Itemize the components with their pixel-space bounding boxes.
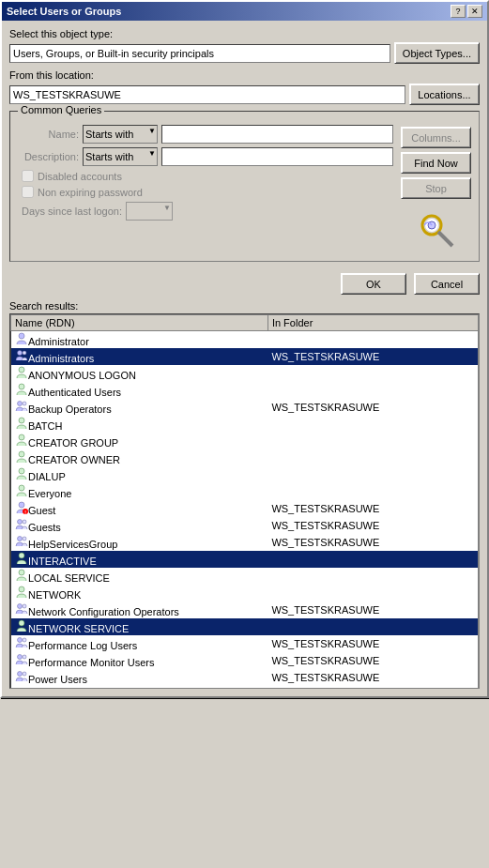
table-row[interactable]: !GuestWS_TESTSKRASUWE	[11, 500, 479, 517]
table-cell-folder: WS_TESTSKRASUWE	[267, 517, 478, 534]
name-filter-input[interactable]	[161, 125, 393, 144]
svg-point-5	[18, 351, 23, 356]
table-row[interactable]: Performance Monitor UsersWS_TESTSKRASUWE	[11, 652, 479, 669]
disabled-accounts-row: Disabled accounts	[18, 170, 393, 182]
table-row[interactable]: Network Configuration OperatorsWS_TESTSK…	[11, 602, 479, 618]
svg-point-16	[19, 502, 24, 508]
row-icon	[15, 370, 28, 381]
row-icon: !	[15, 505, 28, 516]
right-buttons-area: Columns... Find Now Stop	[401, 125, 471, 253]
svg-point-25	[19, 586, 24, 592]
table-row[interactable]: NETWORK	[11, 585, 479, 602]
window-title: Select Users or Groups	[7, 6, 121, 17]
table-row[interactable]: Authenticated Users	[11, 382, 479, 399]
table-cell-folder: WS_TESTSKRASUWE	[267, 669, 478, 686]
table-cell-folder: WS_TESTSKRASUWE	[267, 534, 478, 551]
description-filter-input[interactable]	[161, 147, 393, 166]
disabled-accounts-label: Disabled accounts	[38, 171, 122, 182]
object-type-input[interactable]	[9, 44, 390, 63]
table-row[interactable]: INTERACTIVE	[11, 551, 479, 568]
name-filter-select[interactable]: Starts with Is exactly	[83, 125, 158, 144]
close-button[interactable]: ✕	[467, 5, 482, 18]
table-row[interactable]: Everyone	[11, 483, 479, 500]
name-row: Name: Starts with Is exactly	[18, 125, 393, 144]
table-row[interactable]: ANONYMOUS LOGON	[11, 365, 479, 382]
common-queries-group: Common Queries Name: Starts with Is exac…	[9, 111, 480, 262]
table-row[interactable]: DIALUP	[11, 466, 479, 483]
svg-point-34	[23, 672, 26, 676]
row-name: CREATOR GROUP	[28, 437, 118, 449]
search-results-label: Search results:	[9, 300, 480, 312]
row-icon	[15, 657, 28, 668]
svg-point-23	[19, 553, 24, 558]
table-row[interactable]: GuestsWS_TESTSKRASUWE	[11, 517, 479, 534]
row-name: LOCAL SERVICE	[28, 572, 110, 584]
svg-point-33	[18, 672, 23, 677]
locations-button[interactable]: Locations...	[409, 84, 480, 105]
non-expiring-row: Non expiring password	[18, 186, 393, 198]
table-row[interactable]: LOCAL SERVICE	[11, 568, 479, 585]
common-queries-tab[interactable]: Common Queries	[18, 104, 104, 115]
svg-line-2	[438, 232, 452, 246]
table-cell-folder: WS_TESTSKRASUWE	[267, 652, 478, 669]
days-combo-wrapper	[126, 202, 173, 221]
row-name: CREATOR OWNER	[28, 454, 120, 465]
row-icon	[15, 623, 28, 634]
col-name-header[interactable]: Name (RDN)	[11, 315, 268, 331]
table-row[interactable]: BATCH	[11, 416, 479, 433]
help-button[interactable]: ?	[451, 5, 466, 18]
ok-button[interactable]: OK	[341, 273, 406, 295]
table-cell-folder: WS_TESTSKRASUWE	[267, 500, 478, 517]
table-row[interactable]: Print OperatorsWS_TESTSKRASUWE	[11, 686, 479, 689]
table-cell-name: Everyone	[11, 483, 268, 500]
results-table: Name (RDN) In Folder AdministratorAdmini…	[10, 314, 479, 689]
table-cell-folder	[267, 449, 478, 466]
find-now-button[interactable]: Find Now	[401, 152, 471, 174]
row-name: NETWORK	[28, 589, 81, 601]
table-cell-name: CREATOR GROUP	[11, 433, 268, 449]
columns-button[interactable]: Columns...	[401, 127, 471, 148]
svg-point-28	[19, 620, 24, 626]
query-left: Name: Starts with Is exactly Description…	[18, 125, 393, 253]
non-expiring-checkbox[interactable]	[22, 186, 34, 198]
row-icon	[15, 387, 28, 398]
row-icon	[15, 437, 28, 449]
table-row[interactable]: Performance Log UsersWS_TESTSKRASUWE	[11, 635, 479, 652]
row-name: Administrators	[28, 353, 94, 364]
table-row[interactable]: CREATOR GROUP	[11, 433, 479, 449]
table-row[interactable]: HelpServicesGroupWS_TESTSKRASUWE	[11, 534, 479, 551]
svg-point-4	[19, 333, 24, 339]
table-cell-folder	[267, 483, 478, 500]
svg-point-8	[19, 384, 24, 389]
window-content: Select this object type: Object Types...…	[2, 21, 487, 696]
table-row[interactable]: AdministratorsWS_TESTSKRASUWE	[11, 348, 479, 365]
cancel-button[interactable]: Cancel	[414, 273, 480, 295]
table-row[interactable]: Power UsersWS_TESTSKRASUWE	[11, 669, 479, 686]
table-cell-name: Print Operators	[11, 686, 268, 689]
name-filter-wrapper: Starts with Is exactly	[83, 125, 158, 144]
svg-point-19	[18, 520, 23, 525]
row-icon	[15, 640, 28, 651]
col-folder-header[interactable]: In Folder	[267, 315, 478, 331]
row-icon	[15, 572, 28, 584]
description-label: Description:	[18, 151, 79, 162]
table-cell-name: NETWORK	[11, 585, 268, 602]
stop-button[interactable]: Stop	[401, 177, 471, 199]
table-row[interactable]: Administrator	[11, 331, 479, 349]
description-filter-select[interactable]: Starts with Is exactly	[83, 147, 158, 166]
row-icon	[15, 539, 28, 550]
table-row[interactable]: NETWORK SERVICE	[11, 618, 479, 635]
row-icon	[15, 606, 28, 617]
row-name: Administrator	[28, 336, 89, 347]
table-cell-name: ANONYMOUS LOGON	[11, 365, 268, 382]
row-icon	[15, 420, 28, 432]
results-container[interactable]: Name (RDN) In Folder AdministratorAdmini…	[9, 313, 480, 689]
row-icon	[15, 522, 28, 533]
disabled-accounts-checkbox[interactable]	[22, 170, 34, 182]
table-row[interactable]: Backup OperatorsWS_TESTSKRASUWE	[11, 399, 479, 416]
object-types-button[interactable]: Object Types...	[394, 42, 480, 64]
table-row[interactable]: CREATOR OWNER	[11, 449, 479, 466]
location-input[interactable]	[9, 85, 405, 104]
days-select[interactable]	[126, 202, 173, 221]
title-bar: Select Users or Groups ? ✕	[2, 2, 487, 21]
